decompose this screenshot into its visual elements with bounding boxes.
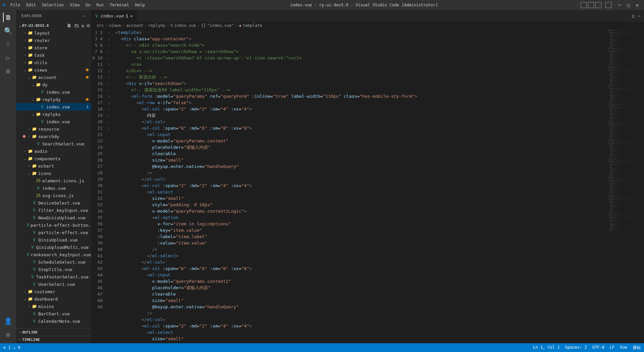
menu-help[interactable]: Help (132, 1, 148, 9)
tree-item-DeviceSelect-vue[interactable]: VDeviceSelect.vue (16, 199, 91, 207)
new-file-icon[interactable]: 🗎 (67, 23, 71, 28)
tree-item-BarChart-vue[interactable]: VBarChart.vue (16, 310, 91, 317)
tree-item-index-vue[interactable]: Vindex.vue1 (16, 103, 91, 111)
tree-item-dashboard[interactable]: ⌄📁dashboard (16, 295, 91, 303)
tree-item-audio[interactable]: ›📁audio (16, 147, 91, 155)
tree-item-customer[interactable]: ›📁customer (16, 288, 91, 295)
close-button[interactable]: ✕ (633, 1, 641, 9)
status-encoding[interactable]: UTF-8 (592, 345, 604, 351)
tree-item-QiniuUploadMulti-vue[interactable]: VQiniuUploadMulti.vue (16, 244, 91, 251)
layout-icon[interactable] (605, 2, 611, 8)
layout-icon[interactable] (595, 2, 601, 8)
tree-item-index-vue[interactable]: Vindex.vue (16, 184, 91, 192)
breadcrumb-item[interactable]: "index.vue" (207, 23, 234, 28)
tree-item-QiniuUpload-vue[interactable]: VQiniuUpload.vue (16, 236, 91, 244)
breadcrumb-item[interactable]: replydy (148, 23, 165, 28)
tree-item-element-icons-js[interactable]: JSelement-icons.js (16, 177, 91, 184)
tree-item-mixins[interactable]: ›📁mixins (16, 303, 91, 310)
tree-item-resource[interactable]: ›📁resource (16, 125, 91, 133)
tree-item-icons[interactable]: ⌄📁icons (16, 170, 91, 177)
menu-view[interactable]: View (67, 1, 82, 9)
tree-item-replydy[interactable]: ⌄📁replydy (16, 96, 91, 103)
source-control-icon[interactable]: ⑂ (3, 40, 13, 49)
breadcrumb-item[interactable]: account (126, 23, 143, 28)
vscode-icon: ⊞ (3, 3, 5, 7)
run-debug-icon[interactable]: ▷ (3, 53, 13, 62)
status-language[interactable]: Vue (620, 345, 627, 351)
tree-item-SearchSelect-vue[interactable]: VSearchSelect.vue (16, 140, 91, 147)
outline-header[interactable]: › OUTLINE (16, 328, 91, 336)
tab-actions: ◫ ⋯ (629, 10, 644, 22)
tree-item-router[interactable]: ›📁router (16, 37, 91, 44)
settings-icon[interactable]: ⚙ (3, 330, 13, 339)
fold-gutter[interactable]: ⌄ ⌄ ⌄ ⌄ ⌄ ⌄ ⌄ ⌄ ⌄ ⌄ ⌄ ⌄ ⌄ ⌄ ⌄ ⌄ (108, 29, 113, 343)
split-editor-icon[interactable]: ◫ (632, 13, 635, 18)
timeline-header[interactable]: › TIMELINE (16, 336, 91, 343)
menu-bar: File Edit Selection View Go Run Terminal… (8, 1, 148, 9)
status-eol[interactable]: LF (610, 345, 614, 351)
close-icon[interactable]: ✕ (130, 13, 133, 18)
extensions-icon[interactable]: ⊞ (3, 67, 13, 76)
explorer-icon[interactable]: 🗎 (3, 13, 12, 22)
tree-item-index-vue[interactable]: Vindex.vue (16, 88, 91, 96)
collapse-icon[interactable]: ⊟ (87, 23, 90, 28)
tab-index-vue[interactable]: V index.vue 1 ✕ (91, 10, 137, 22)
more-icon[interactable]: ⋯ (638, 13, 641, 18)
breadcrumb-item[interactable]: views (109, 23, 121, 28)
tree-item-task[interactable]: ›📁task (16, 51, 91, 59)
code-editor[interactable]: 1 2 3 4 5 6 7 8 9 10 11 12 13 14 15 16 1… (91, 29, 644, 343)
tree-item-filter_keyInput-vue[interactable]: Vfilter_keyInput.vue (16, 207, 91, 214)
layout-icon[interactable] (581, 2, 587, 8)
project-header[interactable]: ⌄ RY-UI-DEV3.0 🗎 🗀 ↻ ⊟ (16, 22, 91, 29)
status-notifications[interactable]: 通知 (633, 345, 641, 351)
tree-item-ranksearch_keyInput-vue[interactable]: Vranksearch_keyInput.vue (16, 251, 91, 258)
tree-item-CalendarNote-vue[interactable]: VCalendarNote.vue (16, 317, 91, 325)
minimize-button[interactable]: ─ (615, 1, 624, 9)
breadcrumb[interactable]: src›views›account›replydy›V index.vue›{}… (91, 22, 644, 29)
menu-edit[interactable]: Edit (23, 1, 39, 9)
breadcrumb-item[interactable]: template (243, 23, 262, 28)
tree-item-ScheduleSelect-vue[interactable]: VScheduleSelect.vue (16, 258, 91, 266)
menu-go[interactable]: Go (83, 1, 93, 9)
explorer-label: EXPLORER (21, 14, 42, 18)
tree-item-NewQiniuUpload-vue[interactable]: VNewQiniuUpload.vue (16, 214, 91, 221)
tree-item-account[interactable]: ⌄📁account (16, 74, 91, 81)
tree-item-particle-effect-button-vue[interactable]: Vparticle-effect-button.vue (16, 221, 91, 229)
refresh-icon[interactable]: ↻ (82, 23, 84, 28)
status-errors[interactable]: ⊘ 1 ⚠ 0 (3, 345, 20, 350)
breadcrumb-item[interactable]: src (97, 23, 104, 28)
tree-item-UserSelect-vue[interactable]: VUserSelect.vue (16, 280, 91, 288)
menu-selection[interactable]: Selection (39, 1, 66, 9)
tree-item-views[interactable]: ⌄📁views (16, 66, 91, 74)
tree-item-utils[interactable]: ›📁utils (16, 59, 91, 66)
code-content[interactable]: <template> <div class="app-container"> <… (113, 29, 644, 343)
new-folder-icon[interactable]: 🗀 (74, 23, 79, 28)
status-cursor[interactable]: Ln 1, Col 1 (533, 345, 559, 351)
tree-item-particle-effect-vue[interactable]: Vparticle-effect.vue (16, 229, 91, 236)
maximize-button[interactable]: ▢ (624, 1, 632, 9)
tree-item-TaskFooterSelect-vue[interactable]: VTaskFooterSelect.vue (16, 273, 91, 280)
tree-item-StepTitle-vue[interactable]: VStepTitle.vue (16, 266, 91, 273)
project-name: RY-UI-DEV3.0 (22, 24, 49, 28)
layout-icon[interactable] (588, 2, 594, 8)
tree-item-store[interactable]: ›📁store (16, 44, 91, 51)
breadcrumb-item[interactable]: index.vue (174, 23, 196, 28)
tree-item-components[interactable]: ⌄📁components (16, 155, 91, 162)
tree-item-svg-icons-js[interactable]: JSsvg-icons.js (16, 192, 91, 199)
tree-item-echart[interactable]: ›📁echart (16, 162, 91, 170)
account-icon[interactable]: 👤 (3, 316, 13, 326)
tree-item-layout[interactable]: ›📁layout (16, 29, 91, 37)
file-tree[interactable]: ›📁layout›📁router›📁store›📁task›📁utils⌄📁vi… (16, 29, 91, 328)
minimap[interactable]: &lt;template&gt; &lt;div class="app-cont… (607, 29, 639, 343)
tree-item-searchdy[interactable]: ›📁searchdy (16, 133, 91, 140)
search-icon[interactable]: 🔍 (3, 26, 13, 36)
more-icon[interactable]: ⋯ (83, 14, 86, 18)
menu-run[interactable]: Run (94, 1, 106, 9)
menu-file[interactable]: File (8, 1, 23, 9)
line-numbers: 1 2 3 4 5 6 7 8 9 10 11 12 13 14 15 16 1… (91, 29, 108, 343)
tree-item-replyks[interactable]: ⌄📁replyks (16, 111, 91, 118)
menu-terminal[interactable]: Terminal (107, 1, 132, 9)
status-spaces[interactable]: Spaces: 2 (565, 345, 587, 351)
tree-item-index-vue[interactable]: Vindex.vue (16, 118, 91, 125)
tree-item-dy[interactable]: ⌄📁dy (16, 81, 91, 88)
